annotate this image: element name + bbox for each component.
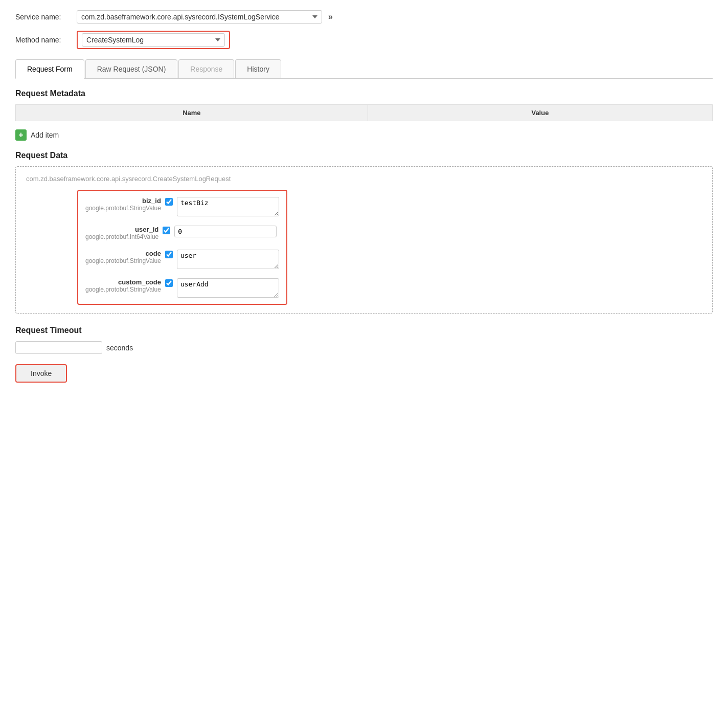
user-id-checkbox[interactable] xyxy=(163,227,170,234)
code-checkbox[interactable] xyxy=(165,251,173,258)
custom-code-name: custom_code xyxy=(85,278,161,286)
expand-button[interactable]: » xyxy=(325,11,336,23)
add-item-row: + Add item xyxy=(15,129,713,141)
method-name-label: Method name: xyxy=(15,36,72,44)
tab-response[interactable]: Response xyxy=(178,59,234,78)
service-name-select[interactable]: com.zd.baseframework.core.api.sysrecord.… xyxy=(77,10,322,24)
metadata-col-name: Name xyxy=(16,105,368,121)
custom-code-checkbox[interactable] xyxy=(165,279,173,287)
method-name-select[interactable]: CreateSystemLog xyxy=(82,33,225,47)
biz-id-input[interactable]: testBiz xyxy=(177,197,279,216)
custom-code-name-block: custom_code google.protobuf.StringValue xyxy=(85,278,161,293)
timeout-unit: seconds xyxy=(106,344,133,352)
method-name-row: Method name: CreateSystemLog xyxy=(15,31,713,49)
service-name-row: Service name: com.zd.baseframework.core.… xyxy=(15,10,713,24)
user-id-type: google.protobuf.Int64Value xyxy=(85,233,158,240)
code-name: code xyxy=(85,250,161,257)
metadata-col-value: Value xyxy=(368,105,712,121)
code-type: google.protobuf.StringValue xyxy=(85,257,161,264)
biz-id-type: google.protobuf.StringValue xyxy=(85,205,161,212)
user-id-name: user_id xyxy=(85,226,158,233)
request-data-type: com.zd.baseframework.core.api.sysrecord.… xyxy=(26,175,702,183)
method-row-highlight: CreateSystemLog xyxy=(77,31,230,49)
custom-code-input[interactable]: userAdd xyxy=(177,278,279,298)
code-input[interactable]: user xyxy=(177,250,279,269)
request-data-title: Request Data xyxy=(15,151,713,160)
user-id-name-block: user_id google.protobuf.Int64Value xyxy=(85,226,158,240)
biz-id-checkbox[interactable] xyxy=(165,198,173,206)
timeout-row: seconds xyxy=(15,341,713,354)
add-item-button[interactable]: + xyxy=(15,129,27,141)
add-item-label: Add item xyxy=(31,131,59,139)
user-id-input[interactable] xyxy=(174,226,277,237)
custom-code-type: google.protobuf.StringValue xyxy=(85,286,161,293)
field-item-code: code google.protobuf.StringValue user xyxy=(85,250,279,269)
tab-history[interactable]: History xyxy=(235,59,281,78)
request-data-box: com.zd.baseframework.core.api.sysrecord.… xyxy=(15,166,713,314)
field-item-biz-id: biz_id google.protobuf.StringValue testB… xyxy=(85,197,279,216)
service-name-label: Service name: xyxy=(15,13,72,21)
metadata-title: Request Metadata xyxy=(15,89,713,98)
invoke-button-wrapper: Invoke xyxy=(15,364,67,383)
field-item-custom-code: custom_code google.protobuf.StringValue … xyxy=(85,278,279,298)
timeout-input[interactable] xyxy=(15,341,102,354)
fields-container: biz_id google.protobuf.StringValue testB… xyxy=(26,190,702,305)
biz-id-name: biz_id xyxy=(85,197,161,205)
tab-request-form[interactable]: Request Form xyxy=(15,59,84,79)
code-name-block: code google.protobuf.StringValue xyxy=(85,250,161,264)
metadata-table: Name Value xyxy=(15,104,713,121)
service-select-wrapper: com.zd.baseframework.core.api.sysrecord.… xyxy=(77,10,336,24)
tab-raw-request[interactable]: Raw Request (JSON) xyxy=(85,59,178,78)
biz-id-name-block: biz_id google.protobuf.StringValue xyxy=(85,197,161,212)
field-item-user-id: user_id google.protobuf.Int64Value xyxy=(85,226,279,240)
invoke-button[interactable]: Invoke xyxy=(16,365,66,382)
tabs-container: Request Form Raw Request (JSON) Response… xyxy=(15,59,713,79)
highlighted-fields-box: biz_id google.protobuf.StringValue testB… xyxy=(77,190,287,305)
timeout-title: Request Timeout xyxy=(15,326,713,335)
